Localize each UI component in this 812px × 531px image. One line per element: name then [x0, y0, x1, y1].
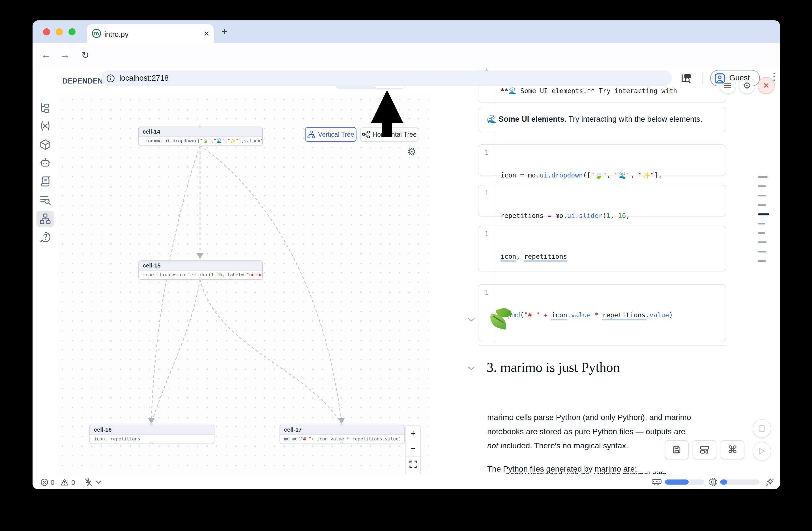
autorun-disabled-icon[interactable]	[84, 477, 93, 487]
graph-node-cell-15[interactable]: cell-15 repetitions = mo.ui.slider(1, 16…	[139, 260, 263, 280]
vertical-tree-button[interactable]: Vertical Tree	[305, 127, 357, 142]
graph-node-cell-16[interactable]: cell-16 icon, repetitions	[89, 425, 215, 444]
layout-rows-icon	[700, 446, 709, 454]
fit-view-button[interactable]	[406, 457, 420, 472]
new-tab-button[interactable]: +	[221, 26, 228, 37]
minimap-line[interactable]	[758, 241, 766, 243]
logs-icon[interactable]	[39, 194, 51, 206]
minimap-line[interactable]	[758, 213, 769, 215]
traffic-light-zoom[interactable]	[69, 28, 75, 35]
tab-title: intro.py	[104, 30, 128, 39]
minimap-line[interactable]	[758, 204, 766, 206]
wave-emoji: 🌊	[487, 115, 496, 124]
url-bar[interactable]: localhost:2718	[101, 71, 672, 86]
minimap-line[interactable]	[758, 176, 768, 178]
graph-edges	[58, 95, 429, 474]
browser-tabstrip: m intro.py ✕ +	[32, 20, 780, 43]
markdown-output-text: 🌊 Some UI elements. Try interacting with…	[478, 107, 726, 124]
horizontal-tree-label: Horizontal Tree	[373, 131, 417, 139]
ram-icon	[652, 478, 662, 486]
chevron-down-icon[interactable]	[95, 480, 102, 484]
warnings-icon[interactable]	[60, 478, 69, 487]
forward-button[interactable]: →	[60, 49, 70, 60]
node-title: cell-14	[139, 127, 262, 137]
browser-menu-icon[interactable]: ⋮	[769, 71, 779, 82]
variables-icon[interactable]	[39, 120, 51, 132]
profile-label: Guest	[729, 74, 750, 82]
error-count: 0	[50, 479, 54, 487]
cell-dropdown[interactable]: 1 icon = mo.ui.dropdown(["🍃", "🌊", "✨"],…	[478, 144, 726, 176]
ai-assistant-icon[interactable]	[39, 157, 51, 169]
stop-button[interactable]	[753, 419, 771, 438]
cell-slider[interactable]: 1 repetitions = mo.ui.slider(1, 16, labe…	[478, 185, 726, 217]
graph-zoom-controls: + −	[405, 426, 421, 474]
code-line[interactable]: **🌊 Some UI elements.** Try interacting …	[501, 85, 677, 96]
ram-usage-meter	[665, 479, 705, 485]
node-title: cell-17	[280, 425, 404, 435]
warning-count: 0	[71, 479, 75, 487]
stop-icon	[758, 425, 766, 432]
layout-toggle-button[interactable]	[693, 440, 716, 459]
errors-icon[interactable]	[41, 478, 48, 486]
cell-collapse-chevron-icon[interactable]	[468, 318, 475, 322]
minimap-line[interactable]	[758, 260, 766, 262]
site-info-icon[interactable]	[106, 74, 115, 83]
browser-toolbar: ← → ↻ localhost:2718 Guest ⋮	[32, 43, 780, 68]
helper-sidebar	[32, 68, 59, 474]
back-button[interactable]: ←	[41, 49, 50, 60]
reload-button[interactable]: ↻	[81, 49, 89, 60]
browser-window: m intro.py ✕ + ← → ↻ localhost:2718	[32, 20, 780, 489]
save-icon	[672, 445, 681, 454]
profile-button[interactable]: Guest	[710, 70, 760, 86]
tab-search-icon[interactable]	[680, 72, 692, 84]
cpu-icon	[708, 477, 717, 487]
node-port	[199, 125, 201, 128]
vertical-tree-icon	[307, 130, 315, 139]
status-bar: 0 0	[32, 474, 780, 489]
keyboard-shortcuts-button[interactable]: ⌘	[721, 440, 744, 459]
markdown-output-card: 🌊 Some UI elements. Try interacting with…	[478, 107, 726, 132]
cell-md-call[interactable]: 1 mo.md("# " + icon.value * repetitions.…	[478, 284, 726, 341]
browser-tab[interactable]: m intro.py ✕	[87, 24, 214, 43]
code-line[interactable]: icon = mo.ui.dropdown(["🍃", "🌊", "✨"],	[501, 170, 662, 181]
graph-node-cell-14[interactable]: cell-14 icon = mo.ui.dropdown(["🍃", "🌊",…	[138, 127, 263, 146]
toolbar-divider	[702, 72, 704, 84]
node-title: cell-16	[90, 425, 214, 435]
graph-settings-icon[interactable]: ⚙	[407, 146, 416, 158]
traffic-light-close[interactable]	[43, 28, 50, 35]
node-port	[150, 442, 153, 444]
graph-node-cell-17[interactable]: cell-17 mo.md("# " + icon.value * repeti…	[279, 425, 405, 444]
file-explorer-icon[interactable]	[39, 101, 51, 113]
tab-close-icon[interactable]: ✕	[203, 29, 209, 38]
minimap-line[interactable]	[758, 251, 766, 253]
horizontal-tree-icon	[362, 130, 370, 139]
cell-tuple[interactable]: 1 icon, repetitions › [ … ] 2 Items	[478, 226, 726, 271]
node-title: cell-15	[139, 261, 262, 271]
help-icon[interactable]	[39, 231, 51, 243]
ai-sparkle-icon[interactable]	[765, 477, 774, 487]
clipped-list-item: easily versioned with git, yielding mini…	[506, 468, 716, 474]
center-selection-button[interactable]	[406, 472, 420, 474]
node-port	[199, 277, 201, 280]
horizontal-tree-button[interactable]: Horizontal Tree	[360, 127, 418, 142]
code-line[interactable]: mo.md("# " + icon.value * repetitions.va…	[501, 310, 673, 320]
minimap-line[interactable]	[758, 185, 766, 187]
fit-view-icon	[409, 460, 417, 468]
vertical-tree-label: Vertical Tree	[318, 131, 354, 139]
node-port	[340, 442, 343, 444]
traffic-light-minimize[interactable]	[56, 28, 63, 35]
minimap-line[interactable]	[758, 223, 765, 225]
zoom-out-button[interactable]: −	[406, 441, 420, 457]
dependency-graph-icon[interactable]	[39, 213, 51, 225]
minimap-line[interactable]	[758, 232, 765, 234]
code-line[interactable]: repetitions = mo.ui.slider(1, 16,	[501, 210, 634, 221]
code-line[interactable]: icon, repetitions	[501, 251, 567, 262]
snippets-icon[interactable]	[39, 175, 51, 187]
section-collapse-chevron-icon[interactable]	[468, 366, 475, 371]
dependency-graph-canvas[interactable]: Vertical Tree Horizontal Tree ⚙ cell-14 …	[58, 95, 429, 474]
zoom-in-button[interactable]: +	[406, 426, 420, 441]
minimap-line[interactable]	[758, 195, 766, 197]
save-button[interactable]	[665, 440, 688, 459]
packages-icon[interactable]	[39, 139, 51, 150]
run-button[interactable]	[753, 442, 771, 460]
